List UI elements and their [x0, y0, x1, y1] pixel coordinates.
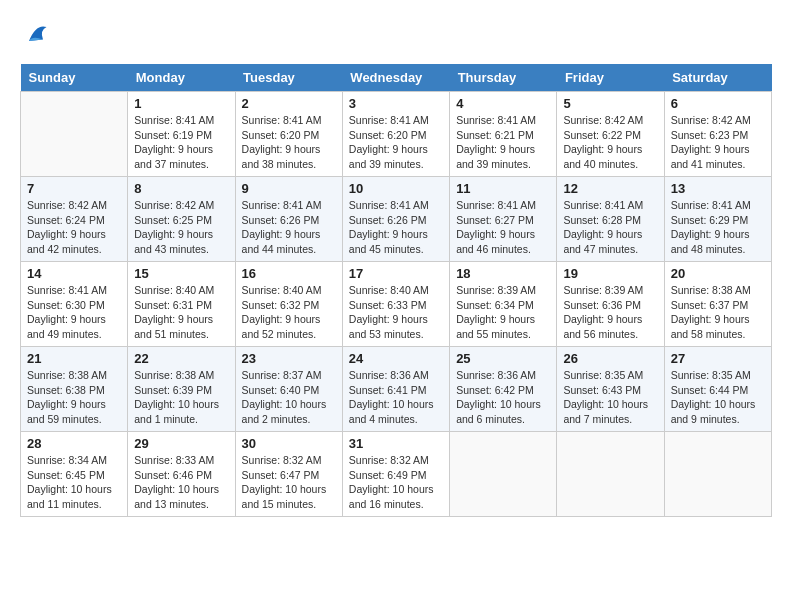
calendar-cell: 14Sunrise: 8:41 AM Sunset: 6:30 PM Dayli…	[21, 262, 128, 347]
calendar-cell	[664, 432, 771, 517]
day-number: 1	[134, 96, 228, 111]
calendar-cell: 7Sunrise: 8:42 AM Sunset: 6:24 PM Daylig…	[21, 177, 128, 262]
day-number: 4	[456, 96, 550, 111]
day-number: 28	[27, 436, 121, 451]
calendar-cell: 17Sunrise: 8:40 AM Sunset: 6:33 PM Dayli…	[342, 262, 449, 347]
day-number: 19	[563, 266, 657, 281]
day-number: 26	[563, 351, 657, 366]
day-info: Sunrise: 8:41 AM Sunset: 6:26 PM Dayligh…	[242, 198, 336, 257]
calendar-cell	[450, 432, 557, 517]
calendar-cell: 30Sunrise: 8:32 AM Sunset: 6:47 PM Dayli…	[235, 432, 342, 517]
day-info: Sunrise: 8:35 AM Sunset: 6:43 PM Dayligh…	[563, 368, 657, 427]
day-number: 13	[671, 181, 765, 196]
calendar-cell: 15Sunrise: 8:40 AM Sunset: 6:31 PM Dayli…	[128, 262, 235, 347]
col-header-thursday: Thursday	[450, 64, 557, 92]
day-number: 6	[671, 96, 765, 111]
day-info: Sunrise: 8:42 AM Sunset: 6:22 PM Dayligh…	[563, 113, 657, 172]
day-info: Sunrise: 8:39 AM Sunset: 6:34 PM Dayligh…	[456, 283, 550, 342]
calendar-cell: 16Sunrise: 8:40 AM Sunset: 6:32 PM Dayli…	[235, 262, 342, 347]
day-number: 10	[349, 181, 443, 196]
calendar-cell: 21Sunrise: 8:38 AM Sunset: 6:38 PM Dayli…	[21, 347, 128, 432]
day-number: 2	[242, 96, 336, 111]
day-info: Sunrise: 8:40 AM Sunset: 6:33 PM Dayligh…	[349, 283, 443, 342]
logo-icon	[22, 20, 50, 48]
day-info: Sunrise: 8:36 AM Sunset: 6:41 PM Dayligh…	[349, 368, 443, 427]
col-header-tuesday: Tuesday	[235, 64, 342, 92]
calendar-cell: 4Sunrise: 8:41 AM Sunset: 6:21 PM Daylig…	[450, 92, 557, 177]
calendar-cell: 13Sunrise: 8:41 AM Sunset: 6:29 PM Dayli…	[664, 177, 771, 262]
calendar-week-1: 1Sunrise: 8:41 AM Sunset: 6:19 PM Daylig…	[21, 92, 772, 177]
calendar-table: SundayMondayTuesdayWednesdayThursdayFrid…	[20, 64, 772, 517]
calendar-cell	[557, 432, 664, 517]
day-number: 5	[563, 96, 657, 111]
col-header-monday: Monday	[128, 64, 235, 92]
day-info: Sunrise: 8:36 AM Sunset: 6:42 PM Dayligh…	[456, 368, 550, 427]
calendar-cell: 18Sunrise: 8:39 AM Sunset: 6:34 PM Dayli…	[450, 262, 557, 347]
day-info: Sunrise: 8:41 AM Sunset: 6:20 PM Dayligh…	[349, 113, 443, 172]
day-number: 3	[349, 96, 443, 111]
page-header	[20, 20, 772, 48]
day-info: Sunrise: 8:41 AM Sunset: 6:21 PM Dayligh…	[456, 113, 550, 172]
calendar-week-4: 21Sunrise: 8:38 AM Sunset: 6:38 PM Dayli…	[21, 347, 772, 432]
day-info: Sunrise: 8:42 AM Sunset: 6:23 PM Dayligh…	[671, 113, 765, 172]
day-number: 12	[563, 181, 657, 196]
day-number: 20	[671, 266, 765, 281]
day-number: 29	[134, 436, 228, 451]
day-info: Sunrise: 8:41 AM Sunset: 6:19 PM Dayligh…	[134, 113, 228, 172]
calendar-cell: 9Sunrise: 8:41 AM Sunset: 6:26 PM Daylig…	[235, 177, 342, 262]
day-info: Sunrise: 8:33 AM Sunset: 6:46 PM Dayligh…	[134, 453, 228, 512]
day-info: Sunrise: 8:42 AM Sunset: 6:25 PM Dayligh…	[134, 198, 228, 257]
day-info: Sunrise: 8:35 AM Sunset: 6:44 PM Dayligh…	[671, 368, 765, 427]
day-number: 16	[242, 266, 336, 281]
day-number: 24	[349, 351, 443, 366]
calendar-cell: 20Sunrise: 8:38 AM Sunset: 6:37 PM Dayli…	[664, 262, 771, 347]
calendar-cell: 31Sunrise: 8:32 AM Sunset: 6:49 PM Dayli…	[342, 432, 449, 517]
calendar-week-2: 7Sunrise: 8:42 AM Sunset: 6:24 PM Daylig…	[21, 177, 772, 262]
calendar-cell: 5Sunrise: 8:42 AM Sunset: 6:22 PM Daylig…	[557, 92, 664, 177]
col-header-sunday: Sunday	[21, 64, 128, 92]
day-info: Sunrise: 8:41 AM Sunset: 6:20 PM Dayligh…	[242, 113, 336, 172]
day-info: Sunrise: 8:40 AM Sunset: 6:31 PM Dayligh…	[134, 283, 228, 342]
calendar-cell	[21, 92, 128, 177]
day-number: 17	[349, 266, 443, 281]
day-info: Sunrise: 8:37 AM Sunset: 6:40 PM Dayligh…	[242, 368, 336, 427]
calendar-cell: 10Sunrise: 8:41 AM Sunset: 6:26 PM Dayli…	[342, 177, 449, 262]
day-number: 21	[27, 351, 121, 366]
day-info: Sunrise: 8:32 AM Sunset: 6:49 PM Dayligh…	[349, 453, 443, 512]
day-info: Sunrise: 8:42 AM Sunset: 6:24 PM Dayligh…	[27, 198, 121, 257]
day-number: 14	[27, 266, 121, 281]
calendar-cell: 24Sunrise: 8:36 AM Sunset: 6:41 PM Dayli…	[342, 347, 449, 432]
day-info: Sunrise: 8:38 AM Sunset: 6:37 PM Dayligh…	[671, 283, 765, 342]
calendar-cell: 8Sunrise: 8:42 AM Sunset: 6:25 PM Daylig…	[128, 177, 235, 262]
col-header-wednesday: Wednesday	[342, 64, 449, 92]
day-info: Sunrise: 8:41 AM Sunset: 6:30 PM Dayligh…	[27, 283, 121, 342]
col-header-friday: Friday	[557, 64, 664, 92]
calendar-cell: 23Sunrise: 8:37 AM Sunset: 6:40 PM Dayli…	[235, 347, 342, 432]
calendar-cell: 27Sunrise: 8:35 AM Sunset: 6:44 PM Dayli…	[664, 347, 771, 432]
day-number: 25	[456, 351, 550, 366]
day-info: Sunrise: 8:34 AM Sunset: 6:45 PM Dayligh…	[27, 453, 121, 512]
calendar-cell: 19Sunrise: 8:39 AM Sunset: 6:36 PM Dayli…	[557, 262, 664, 347]
day-number: 30	[242, 436, 336, 451]
calendar-header-row: SundayMondayTuesdayWednesdayThursdayFrid…	[21, 64, 772, 92]
col-header-saturday: Saturday	[664, 64, 771, 92]
day-number: 22	[134, 351, 228, 366]
logo	[20, 20, 50, 48]
day-info: Sunrise: 8:41 AM Sunset: 6:29 PM Dayligh…	[671, 198, 765, 257]
day-info: Sunrise: 8:41 AM Sunset: 6:27 PM Dayligh…	[456, 198, 550, 257]
day-info: Sunrise: 8:39 AM Sunset: 6:36 PM Dayligh…	[563, 283, 657, 342]
day-info: Sunrise: 8:41 AM Sunset: 6:28 PM Dayligh…	[563, 198, 657, 257]
day-number: 8	[134, 181, 228, 196]
calendar-cell: 25Sunrise: 8:36 AM Sunset: 6:42 PM Dayli…	[450, 347, 557, 432]
day-info: Sunrise: 8:38 AM Sunset: 6:38 PM Dayligh…	[27, 368, 121, 427]
day-number: 27	[671, 351, 765, 366]
calendar-week-5: 28Sunrise: 8:34 AM Sunset: 6:45 PM Dayli…	[21, 432, 772, 517]
calendar-cell: 12Sunrise: 8:41 AM Sunset: 6:28 PM Dayli…	[557, 177, 664, 262]
day-info: Sunrise: 8:32 AM Sunset: 6:47 PM Dayligh…	[242, 453, 336, 512]
day-number: 11	[456, 181, 550, 196]
day-number: 9	[242, 181, 336, 196]
day-number: 23	[242, 351, 336, 366]
calendar-cell: 2Sunrise: 8:41 AM Sunset: 6:20 PM Daylig…	[235, 92, 342, 177]
day-number: 18	[456, 266, 550, 281]
calendar-cell: 6Sunrise: 8:42 AM Sunset: 6:23 PM Daylig…	[664, 92, 771, 177]
